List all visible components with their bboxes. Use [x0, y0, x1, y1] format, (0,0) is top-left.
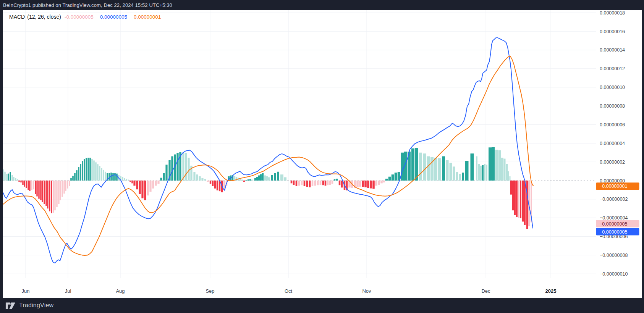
- publish-info-text: BeInCrypto1 published on TradingView.com…: [3, 2, 172, 8]
- svg-text:0.00000012: 0.00000012: [600, 66, 625, 71]
- svg-text:0.00000006: 0.00000006: [600, 122, 625, 127]
- svg-text:0.00000008: 0.00000008: [600, 103, 625, 109]
- tradingview-logo-icon[interactable]: [5, 302, 16, 310]
- signal-line: [3, 56, 533, 255]
- publish-info-bar: BeInCrypto1 published on TradingView.com…: [0, 0, 644, 10]
- time-axis-label: Nov: [362, 288, 371, 294]
- indicator-params: (12, 26, close): [27, 14, 61, 20]
- svg-text:0.00000014: 0.00000014: [600, 47, 625, 53]
- svg-text:−0.00000002: −0.00000002: [600, 197, 628, 202]
- time-axis-label: Sep: [205, 288, 214, 294]
- histogram-price-badge: −0.00000005: [596, 220, 639, 227]
- signal-price-badge: −0.00000001: [596, 182, 639, 190]
- grid-lines: [3, 10, 596, 278]
- svg-text:−0.00000004: −0.00000004: [600, 215, 628, 221]
- footer-bar: TradingView: [0, 298, 644, 313]
- tradingview-brand-text[interactable]: TradingView: [19, 302, 53, 309]
- time-axis[interactable]: JunJulAugSepOctNovDec2025: [22, 288, 557, 294]
- time-axis-label: Aug: [116, 288, 125, 294]
- svg-text:−0.00000005: −0.00000005: [599, 221, 627, 227]
- svg-text:0.00000010: 0.00000010: [600, 85, 625, 90]
- macd-price-badge: −0.00000005: [596, 228, 639, 236]
- svg-text:0.00000016: 0.00000016: [600, 29, 625, 34]
- time-axis-label: 2025: [545, 288, 557, 294]
- chart-panel: MACD (12, 26, close) -0.00000005 −0.0000…: [3, 10, 642, 298]
- svg-text:0.00000004: 0.00000004: [600, 141, 625, 146]
- legend-macd-value: −0.00000005: [97, 14, 127, 20]
- macd-chart-canvas[interactable]: 0.000000180.000000160.000000140.00000012…: [3, 10, 642, 298]
- svg-text:0.00000002: 0.00000002: [600, 160, 625, 165]
- time-axis-label: Dec: [481, 288, 490, 294]
- svg-text:−0.00000008: −0.00000008: [600, 253, 628, 258]
- indicator-title: MACD: [9, 14, 25, 20]
- price-axis[interactable]: 0.000000180.000000160.000000140.00000012…: [596, 10, 639, 277]
- time-axis-label: Jul: [65, 288, 71, 294]
- svg-text:−0.00000010: −0.00000010: [600, 271, 628, 277]
- time-axis-label: Jun: [22, 288, 30, 294]
- macd-line: [3, 38, 533, 263]
- svg-text:−0.00000001: −0.00000001: [599, 184, 627, 189]
- svg-text:0.00000018: 0.00000018: [600, 10, 625, 16]
- macd-histogram: [3, 147, 532, 229]
- legend-histogram-value: -0.00000005: [65, 14, 94, 20]
- svg-text:−0.00000005: −0.00000005: [599, 229, 627, 235]
- indicator-legend[interactable]: MACD (12, 26, close) -0.00000005 −0.0000…: [9, 14, 161, 20]
- legend-signal-value: −0.00000001: [131, 14, 161, 20]
- time-axis-label: Oct: [285, 288, 293, 294]
